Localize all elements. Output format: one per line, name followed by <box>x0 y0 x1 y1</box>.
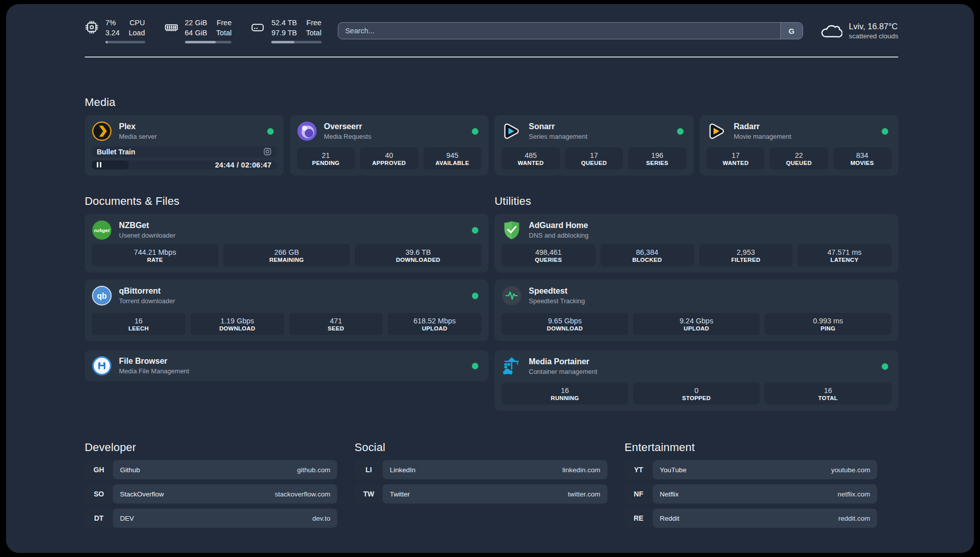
memory-progress-fill <box>185 41 216 43</box>
stat-box: 471SEED <box>289 313 383 335</box>
link-twitter[interactable]: TW Twittertwitter.com <box>354 484 607 504</box>
link-url: youtube.com <box>831 466 870 474</box>
status-online-dot <box>472 227 478 234</box>
stat-box: 17WANTED <box>707 147 765 170</box>
pause-icon[interactable] <box>97 162 101 168</box>
link-youtube[interactable]: YT YouTubeyoutube.com <box>625 460 877 479</box>
app-name: Speedtest <box>529 286 585 297</box>
link-url: reddit.com <box>838 515 870 522</box>
link-linkedin[interactable]: LI LinkedInlinkedin.com <box>354 460 607 479</box>
playback-progress-bar[interactable]: 24:44 / 02:06:47 <box>92 160 277 170</box>
entertainment-section: Entertainment YT YouTubeyoutube.com NF N… <box>625 441 877 533</box>
link-abbr: GH <box>85 460 113 479</box>
camera-icon <box>263 147 272 156</box>
cloud-icon <box>819 22 842 40</box>
cpu-label: CPU <box>129 18 145 28</box>
sonarr-icon <box>502 121 522 141</box>
stat-box: 266 GBREMAINING <box>223 244 350 266</box>
sonarr-card[interactable]: Sonarr Series management 485WANTED 17QUE… <box>495 115 694 176</box>
link-name: StackOverflow <box>120 490 275 498</box>
link-abbr: RE <box>625 509 653 528</box>
disk-total-value: 97.9 TB <box>271 28 297 38</box>
svg-text:nzbget: nzbget <box>94 228 110 233</box>
link-name: Github <box>120 466 297 474</box>
app-name: qBittorrent <box>119 286 175 297</box>
header-bar: 7% 3.24 CPU Load <box>85 19 898 42</box>
disk-progress-fill <box>271 41 294 43</box>
speedtest-card[interactable]: Speedtest Speedtest Tracking 9.65 GbpsDO… <box>495 280 898 341</box>
link-abbr: NF <box>625 484 653 504</box>
stat-box: 485WANTED <box>502 147 560 170</box>
status-online-dot <box>472 293 478 299</box>
filebrowser-card[interactable]: File Browser Media File Management <box>85 350 488 381</box>
disk-free-value: 52.4 TB <box>271 18 297 28</box>
link-netflix[interactable]: NF Netflixnetflix.com <box>625 484 877 504</box>
overseerr-card[interactable]: Overseerr Media Requests 21PENDING 40APP… <box>290 115 489 176</box>
app-name: Media Portainer <box>529 357 597 367</box>
stat-box: 834MOVIES <box>833 147 892 170</box>
weather-location-temp: Lviv, 16.87°C <box>849 21 898 32</box>
status-online-dot <box>882 128 888 135</box>
link-url: linkedin.com <box>563 466 600 474</box>
utilities-section: Utilities AdGuard Home DNS and adblockin… <box>495 195 898 411</box>
plex-icon <box>92 121 112 141</box>
now-playing-title: Bullet Train <box>97 148 259 156</box>
search-engine-button[interactable]: G <box>780 23 803 39</box>
media-section-title: Media <box>85 96 898 109</box>
status-online-dot <box>677 128 684 135</box>
search-input[interactable] <box>338 27 780 35</box>
system-stats: 7% 3.24 CPU Load <box>85 18 322 43</box>
media-section: Media Plex Media server Bullet Train <box>85 96 898 176</box>
stat-box: 39.6 TBDOWNLOADED <box>355 244 481 266</box>
link-reddit[interactable]: RE Redditreddit.com <box>625 509 877 528</box>
social-section: Social LI LinkedInlinkedin.com TW Twitte… <box>354 441 607 533</box>
plex-card[interactable]: Plex Media server Bullet Train 24:44 / 0 <box>85 115 284 176</box>
qbittorrent-icon: qb <box>92 286 112 306</box>
app-description: DNS and adblocking <box>529 231 589 240</box>
ram-icon <box>164 20 178 34</box>
stat-box: 21PENDING <box>297 147 355 170</box>
cpu-usage-percent: 7% <box>105 18 119 28</box>
link-stackoverflow[interactable]: SO StackOverflowstackoverflow.com <box>85 484 337 504</box>
link-url: netflix.com <box>837 490 870 498</box>
app-description: Torrent downloader <box>119 297 175 306</box>
app-name: Radarr <box>734 122 791 132</box>
link-abbr: LI <box>354 460 383 479</box>
stat-box: 744.21 MbpsRATE <box>92 244 218 266</box>
cpu-load-label: Load <box>129 28 145 38</box>
link-abbr: DT <box>85 509 113 528</box>
memory-free-value: 22 GiB <box>185 18 207 28</box>
cpu-stat: 7% 3.24 CPU Load <box>85 18 145 43</box>
nzbget-icon: nzbget <box>92 220 112 240</box>
stat-box: 618.52 MbpsUPLOAD <box>388 313 481 335</box>
link-name: DEV <box>120 515 313 522</box>
search-bar[interactable]: G <box>338 22 803 39</box>
playback-progress-fill <box>92 160 129 170</box>
disk-total-label: Total <box>306 28 322 38</box>
qbittorrent-card[interactable]: qb qBittorrent Torrent downloader 16LEEC… <box>85 280 488 341</box>
app-name: NZBGet <box>119 220 175 231</box>
link-dev[interactable]: DT DEVdev.to <box>85 509 337 528</box>
status-online-dot <box>472 128 478 135</box>
app-description: Movie management <box>734 132 791 141</box>
disk-free-label: Free <box>306 18 322 28</box>
portainer-card[interactable]: Media Portainer Container management 16R… <box>495 350 898 411</box>
nzbget-card[interactable]: nzbget NZBGet Usenet downloader 744.21 M… <box>85 214 488 272</box>
entertainment-section-title: Entertainment <box>625 441 877 454</box>
weather-condition: scattered clouds <box>849 32 898 41</box>
utilities-section-title: Utilities <box>495 195 898 208</box>
dashboard-window: 7% 3.24 CPU Load <box>6 4 974 553</box>
app-description: Series management <box>529 132 587 141</box>
radarr-card[interactable]: Radarr Movie management 17WANTED 22QUEUE… <box>700 115 899 176</box>
link-github[interactable]: GH Githubgithub.com <box>85 460 337 479</box>
stat-box: 2,953FILTERED <box>699 244 793 266</box>
link-name: Reddit <box>660 515 838 522</box>
link-url: dev.to <box>313 515 331 522</box>
stat-box: 40APPROVED <box>360 147 418 170</box>
link-name: YouTube <box>660 466 831 474</box>
adguard-card[interactable]: AdGuard Home DNS and adblocking 498,461Q… <box>495 214 898 272</box>
app-description: Media Requests <box>324 132 372 141</box>
stat-box: 196SERIES <box>628 147 687 170</box>
status-online-dot <box>267 128 274 135</box>
app-name: Sonarr <box>529 122 587 132</box>
